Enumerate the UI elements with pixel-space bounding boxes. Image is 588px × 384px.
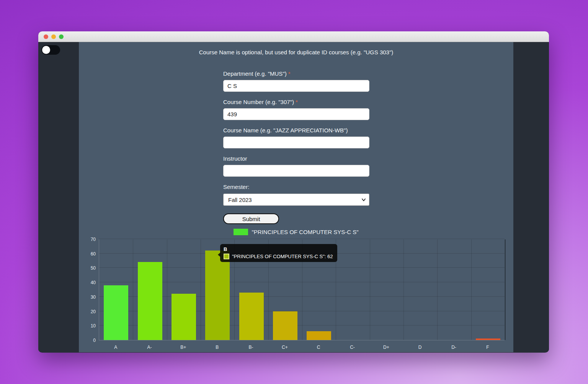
x-axis-tick: C- (335, 345, 369, 350)
y-axis-tick: 40 (80, 280, 96, 285)
y-axis-tick: 20 (80, 309, 96, 314)
instructor-input[interactable] (223, 165, 369, 177)
theme-toggle[interactable] (41, 45, 60, 55)
page-content: Course Name is optional, but used for du… (79, 42, 513, 352)
window-body: Course Name is optional, but used for du… (38, 42, 549, 352)
window-titlebar[interactable] (38, 31, 549, 42)
y-axis-tick: 10 (80, 323, 96, 329)
y-axis-tick: 0 (80, 338, 96, 343)
v-gridline (167, 239, 167, 340)
v-gridline (201, 239, 201, 340)
semester-select[interactable]: Fall 2023 (223, 194, 369, 206)
department-input[interactable] (223, 80, 369, 92)
bar-B-[interactable] (239, 293, 264, 340)
y-axis-tick: 60 (80, 251, 96, 257)
toggle-knob-icon (42, 46, 50, 54)
course-name-input[interactable] (223, 137, 369, 148)
x-axis-tick: C (302, 345, 335, 350)
course-name-label: Course Name (e.g. "JAZZ APPRECIATION-WB"… (223, 127, 369, 135)
bar-A[interactable] (104, 285, 128, 340)
bar-B+[interactable] (172, 294, 196, 340)
maximize-button[interactable] (59, 34, 64, 39)
y-axis-tick: 50 (80, 265, 96, 271)
bar-A-[interactable] (138, 262, 162, 340)
bar-C[interactable] (307, 331, 331, 340)
tooltip-swatch (224, 254, 229, 259)
x-axis-tick: B- (234, 345, 268, 350)
course-number-input[interactable] (223, 108, 369, 120)
h-gridline (99, 239, 505, 239)
chart-tooltip: B "PRINCIPLES OF COMPUTER SYS-C S": 62 (220, 244, 337, 262)
v-gridline (403, 239, 404, 340)
x-axis-tick: A- (132, 345, 166, 350)
submit-button[interactable]: Submit (223, 213, 279, 224)
v-gridline (370, 239, 370, 340)
instructor-label: Instructor (223, 155, 369, 163)
grade-lookup-form: Department (e.g. "MUS")* Course Number (… (223, 70, 369, 224)
x-axis-tick: D+ (369, 345, 403, 350)
x-axis-tick: F (471, 345, 505, 350)
bar-F[interactable] (476, 338, 500, 340)
x-axis-tick: C+ (268, 345, 302, 350)
required-asterisk: * (296, 99, 298, 105)
y-axis-tick: 30 (80, 295, 96, 300)
x-axis-tick: A (99, 345, 132, 350)
close-button[interactable] (44, 34, 48, 39)
semester-label: Semester: (223, 184, 369, 191)
tooltip-label: "PRINCIPLES OF COMPUTER SYS-C S": 62 (232, 254, 333, 259)
x-axis-tick: D- (437, 345, 470, 350)
v-gridline (471, 239, 472, 340)
x-axis-tick: B+ (167, 345, 200, 350)
v-gridline (133, 239, 133, 340)
v-gridline (505, 239, 505, 340)
x-axis-tick: B (200, 345, 234, 350)
minimize-button[interactable] (51, 34, 56, 39)
tooltip-title: B (224, 246, 333, 252)
course-name-note: Course Name is optional, but used for du… (79, 49, 513, 55)
y-axis-tick: 70 (80, 237, 96, 242)
department-label: Department (e.g. "MUS")* (223, 70, 369, 78)
required-asterisk: * (288, 70, 291, 77)
course-number-label: Course Number (e.g. "307")* (223, 99, 369, 106)
bar-C+[interactable] (273, 311, 297, 340)
app-window: Course Name is optional, but used for du… (38, 31, 549, 353)
x-axis-tick: D (403, 345, 437, 350)
bar-B[interactable] (205, 251, 230, 340)
v-gridline (437, 239, 438, 340)
